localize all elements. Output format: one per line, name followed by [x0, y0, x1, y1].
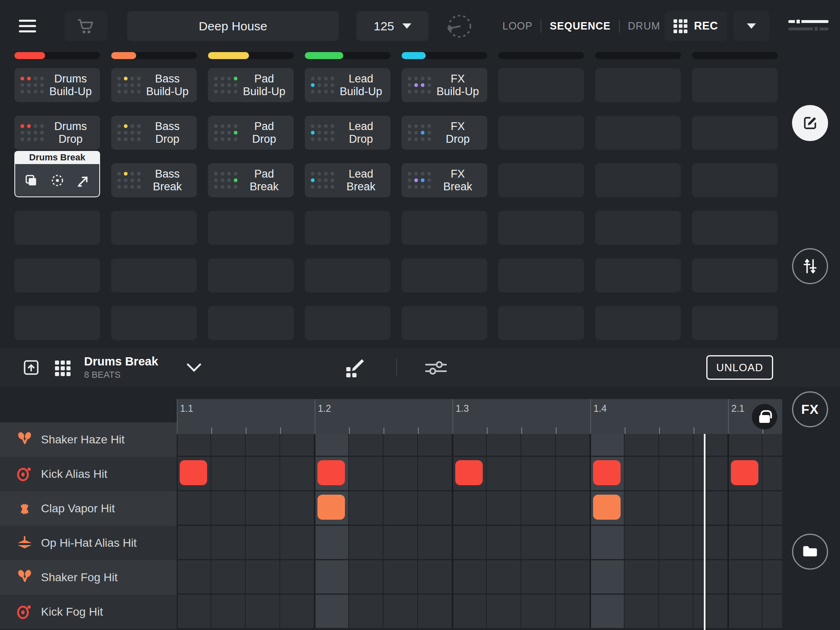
step-cell[interactable]	[556, 595, 590, 629]
sample-row-kick-alias-hit[interactable]: Kick Alias Hit	[0, 457, 177, 491]
step-cell[interactable]	[659, 595, 694, 629]
step-cell[interactable]	[211, 560, 246, 595]
step-cell[interactable]	[349, 457, 383, 491]
pad-lead-build-up[interactable]: LeadBuild-Up	[305, 68, 390, 102]
mixer-button[interactable]	[792, 248, 828, 284]
pad-lead-drop[interactable]: LeadDrop	[305, 116, 390, 150]
step-cell[interactable]	[246, 595, 280, 629]
bpm-selector[interactable]: 125	[356, 11, 429, 41]
pad-empty[interactable]	[595, 116, 681, 150]
step-cell[interactable]	[452, 526, 487, 560]
step-cell[interactable]	[349, 595, 383, 629]
pad-empty[interactable]	[692, 258, 778, 292]
step-cell[interactable]	[728, 457, 762, 491]
step-cell[interactable]	[521, 595, 556, 629]
step-cell[interactable]	[177, 526, 211, 560]
step-cell[interactable]	[694, 491, 728, 526]
sample-row-shaker-haze-hit[interactable]: Shaker Haze Hit	[0, 422, 177, 457]
pad-empty[interactable]	[208, 211, 294, 245]
step-cell[interactable]	[177, 491, 211, 526]
pad-bass-build-up[interactable]: BassBuild-Up	[111, 68, 197, 102]
pad-lead-break[interactable]: LeadBreak	[305, 163, 390, 197]
edit-mode-button[interactable]	[792, 105, 828, 141]
step-cell[interactable]	[177, 560, 211, 595]
step-cell[interactable]	[280, 560, 315, 595]
step-cell[interactable]	[728, 526, 762, 560]
edit-steps-button[interactable]	[344, 356, 366, 380]
pad-empty[interactable]	[595, 211, 681, 245]
step-cell[interactable]	[452, 595, 487, 629]
step-cell[interactable]	[383, 560, 418, 595]
step-cell[interactable]	[349, 560, 383, 595]
step-cell[interactable]	[349, 491, 383, 526]
pad-pad-drop[interactable]: PadDrop	[208, 116, 294, 150]
pad-pad-build-up[interactable]: PadBuild-Up	[208, 68, 294, 102]
pad-empty[interactable]	[498, 116, 584, 150]
step-cell[interactable]	[521, 457, 556, 491]
pad-empty[interactable]	[692, 68, 778, 102]
pad-empty[interactable]	[305, 306, 390, 340]
sample-row-op-hi-hat-alias-hit[interactable]: Op Hi-Hat Alias Hit	[0, 526, 177, 560]
pad-empty[interactable]	[692, 211, 778, 245]
tab-loop[interactable]: LOOP	[494, 20, 541, 32]
project-title[interactable]: Deep House	[127, 11, 339, 41]
pad-selected-drums-break[interactable]: Drums Break	[14, 163, 100, 197]
shop-cart-button[interactable]	[64, 11, 107, 41]
step-cell[interactable]	[694, 595, 728, 629]
clip-dropdown-button[interactable]	[187, 363, 201, 373]
step-cell[interactable]	[246, 560, 280, 595]
step-cell[interactable]	[590, 526, 625, 560]
step-cell[interactable]	[211, 595, 246, 629]
step-cell[interactable]	[246, 457, 280, 491]
step-cell[interactable]	[694, 457, 728, 491]
step-cell[interactable]	[487, 491, 521, 526]
step-cell[interactable]	[418, 595, 452, 629]
step-cell[interactable]	[487, 595, 521, 629]
step-cell[interactable]	[625, 491, 659, 526]
step-cell[interactable]	[728, 595, 762, 629]
step-cell[interactable]	[590, 595, 625, 629]
step-cell[interactable]	[762, 595, 782, 629]
step-cell[interactable]	[556, 560, 590, 595]
step-cell[interactable]	[762, 560, 782, 595]
pad-drums-build-up[interactable]: DrumsBuild-Up	[14, 68, 100, 102]
step-cell[interactable]	[659, 560, 694, 595]
tab-drum[interactable]: DRUM	[620, 20, 669, 32]
step-cell[interactable]	[625, 595, 659, 629]
rec-button[interactable]: REC	[664, 11, 727, 41]
pad-empty[interactable]	[111, 211, 197, 245]
pad-empty[interactable]	[692, 163, 778, 197]
step-cell[interactable]	[762, 491, 782, 526]
pad-view-button[interactable]	[55, 361, 71, 376]
pad-empty[interactable]	[305, 211, 390, 245]
step-cell[interactable]	[521, 526, 556, 560]
step-cell[interactable]	[418, 526, 452, 560]
tap-tempo-dial-button[interactable]	[446, 12, 474, 40]
pad-empty[interactable]	[692, 306, 778, 340]
rec-options-dropdown[interactable]	[733, 11, 769, 41]
step-cell[interactable]	[246, 491, 280, 526]
pad-drums-drop[interactable]: DrumsDrop	[14, 116, 100, 150]
step-cell[interactable]	[590, 457, 625, 491]
step-cell[interactable]	[280, 595, 315, 629]
pad-fx-build-up[interactable]: FXBuild-Up	[402, 68, 487, 102]
step-cell[interactable]	[694, 526, 728, 560]
step-cell[interactable]	[625, 526, 659, 560]
load-sample-button[interactable]	[21, 358, 41, 379]
step-cell[interactable]	[590, 560, 625, 595]
step-cell[interactable]	[418, 560, 452, 595]
step-cell[interactable]	[383, 595, 418, 629]
step-cell[interactable]	[315, 457, 349, 491]
master-volume-button[interactable]	[788, 16, 829, 37]
pad-empty[interactable]	[498, 211, 584, 245]
step-cell[interactable]	[452, 457, 487, 491]
step-cell[interactable]	[211, 526, 246, 560]
step-cell[interactable]	[211, 457, 246, 491]
step-cell[interactable]	[487, 526, 521, 560]
step-cell[interactable]	[383, 491, 418, 526]
unload-button[interactable]: UNLOAD	[706, 355, 773, 380]
fx-button[interactable]: FX	[792, 391, 828, 427]
sample-settings-button[interactable]	[422, 358, 450, 379]
pad-empty[interactable]	[595, 68, 681, 102]
pad-empty[interactable]	[402, 306, 487, 340]
